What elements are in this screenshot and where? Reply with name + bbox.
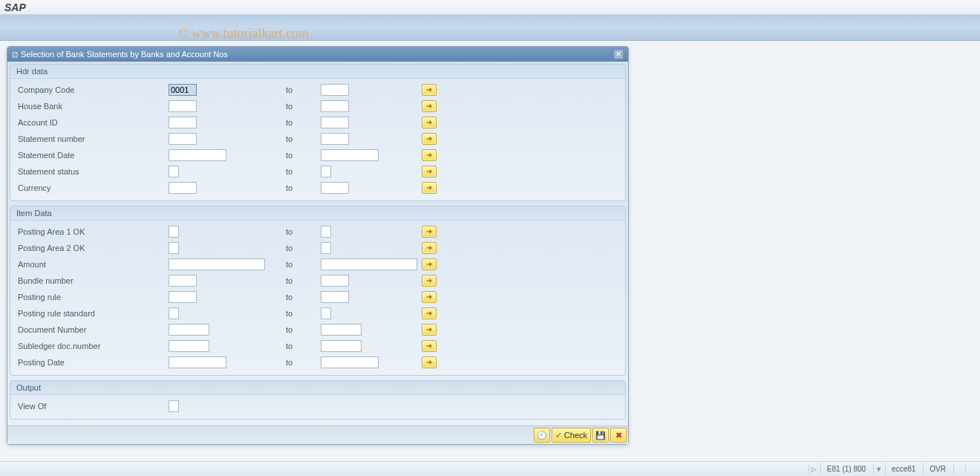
item-label: Posting Date — [16, 358, 169, 367]
to-label: to — [280, 118, 321, 127]
close-icon[interactable]: ✕ — [613, 49, 624, 59]
hdr-from-input[interactable] — [169, 149, 226, 161]
multiple-selection-button[interactable]: ➜ — [422, 340, 437, 352]
status-dropdown-icon[interactable]: ▼ — [873, 464, 883, 475]
status-nav-icon[interactable]: ▷ — [808, 464, 819, 475]
hdr-row: Account IDto➜ — [16, 114, 619, 131]
group-title-output: Output — [10, 381, 625, 395]
item-row: Posting Area 2 OKto➜ — [16, 240, 619, 256]
item-to-input[interactable] — [321, 324, 362, 336]
multiple-selection-button[interactable]: ➜ — [422, 117, 437, 128]
hdr-row: Statement numberto➜ — [16, 131, 619, 147]
item-label: Posting rule — [16, 293, 169, 301]
to-label: to — [280, 293, 321, 301]
item-from-input[interactable] — [169, 226, 179, 238]
item-from-input[interactable] — [169, 258, 265, 270]
save-button[interactable]: 💾 — [592, 428, 609, 443]
output-from-input[interactable] — [169, 400, 179, 412]
group-hdr-data: Hdr data Company Codeto➜House Bankto➜Acc… — [10, 64, 626, 201]
arrow-right-icon: ➜ — [426, 309, 432, 317]
multiple-selection-button[interactable]: ➜ — [422, 275, 437, 287]
hdr-from-input[interactable] — [169, 100, 197, 112]
item-from-input[interactable] — [169, 324, 209, 336]
item-to-input[interactable] — [321, 356, 379, 368]
status-server: ecce81 — [885, 463, 921, 475]
selection-modal: ⊡ Selection of Bank Statements by Banks … — [7, 46, 629, 445]
item-to-input[interactable] — [321, 291, 349, 303]
item-to-input[interactable] — [321, 340, 362, 352]
hdr-label: Currency — [16, 183, 169, 192]
to-label: to — [280, 244, 321, 252]
hdr-from-input[interactable] — [169, 84, 197, 96]
item-row: Subledger doc.numberto➜ — [16, 338, 619, 354]
to-label: to — [280, 227, 321, 236]
app-title: SAP — [4, 1, 26, 13]
hdr-to-input[interactable] — [321, 182, 349, 194]
status-tool-icon-2[interactable] — [965, 464, 976, 475]
multiple-selection-button[interactable]: ➜ — [422, 149, 437, 161]
hdr-label: Account ID — [16, 118, 169, 127]
group-title-hdr: Hdr data — [10, 65, 625, 79]
multiple-selection-button[interactable]: ➜ — [422, 100, 437, 112]
hdr-to-input[interactable] — [321, 100, 349, 112]
multiple-selection-button[interactable]: ➜ — [422, 324, 437, 336]
hdr-to-input[interactable] — [321, 149, 379, 161]
to-label: to — [280, 102, 321, 111]
arrow-right-icon: ➜ — [426, 276, 432, 284]
item-row: Document Numberto➜ — [16, 322, 619, 338]
item-to-input[interactable] — [321, 226, 331, 238]
hdr-from-input[interactable] — [169, 133, 197, 145]
multiple-selection-button[interactable]: ➜ — [422, 258, 437, 270]
item-to-input[interactable] — [321, 242, 331, 254]
to-label: to — [280, 151, 321, 160]
item-from-input[interactable] — [169, 356, 226, 368]
hdr-from-input[interactable] — [169, 166, 179, 177]
multiple-selection-button[interactable]: ➜ — [422, 166, 437, 177]
multiple-selection-button[interactable]: ➜ — [422, 307, 437, 319]
to-label: to — [280, 325, 321, 334]
multiple-selection-button[interactable]: ➜ — [422, 291, 437, 303]
modal-footer: 🕘 ✔ Check 💾 ✖ — [7, 426, 628, 444]
arrow-right-icon: ➜ — [426, 85, 432, 94]
hdr-to-input[interactable] — [321, 117, 349, 128]
cancel-icon: ✖ — [615, 431, 622, 440]
item-from-input[interactable] — [169, 340, 209, 352]
arrow-right-icon: ➜ — [426, 102, 432, 110]
item-from-input[interactable] — [169, 307, 179, 319]
to-label: to — [280, 260, 321, 269]
check-button[interactable]: ✔ Check — [552, 428, 591, 443]
item-to-input[interactable] — [321, 275, 349, 287]
item-row: Amountto➜ — [16, 256, 619, 273]
cancel-button[interactable]: ✖ — [610, 428, 627, 443]
multiple-selection-button[interactable]: ➜ — [422, 133, 437, 145]
item-from-input[interactable] — [169, 275, 197, 287]
item-row: Posting rule standardto➜ — [16, 305, 619, 322]
arrow-right-icon: ➜ — [426, 167, 432, 175]
hdr-from-input[interactable] — [169, 117, 197, 128]
status-tool-icon-1[interactable] — [953, 464, 964, 475]
hdr-label: Statement status — [16, 167, 169, 176]
multiple-selection-button[interactable]: ➜ — [422, 242, 437, 254]
item-to-input[interactable] — [321, 307, 331, 319]
item-row: Posting Area 1 OKto➜ — [16, 224, 619, 240]
item-from-input[interactable] — [169, 291, 197, 303]
item-to-input[interactable] — [321, 258, 417, 270]
hdr-to-input[interactable] — [321, 166, 331, 177]
hdr-label: Company Code — [16, 85, 169, 94]
multiple-selection-button[interactable]: ➜ — [422, 84, 437, 96]
hdr-to-input[interactable] — [321, 84, 349, 96]
execute-button[interactable]: 🕘 — [534, 428, 550, 443]
hdr-to-input[interactable] — [321, 133, 349, 145]
hdr-row: Company Codeto➜ — [16, 82, 619, 98]
item-label: Posting Area 1 OK — [16, 227, 169, 236]
status-system[interactable]: E81 (1) 800 — [820, 463, 872, 475]
item-from-input[interactable] — [169, 242, 179, 254]
modal-titlebar[interactable]: ⊡ Selection of Bank Statements by Banks … — [7, 47, 628, 62]
multiple-selection-button[interactable]: ➜ — [422, 356, 437, 368]
arrow-right-icon: ➜ — [426, 134, 432, 143]
to-label: to — [280, 309, 321, 318]
hdr-row: Currencyto➜ — [16, 180, 619, 196]
hdr-from-input[interactable] — [169, 182, 197, 194]
multiple-selection-button[interactable]: ➜ — [422, 226, 437, 238]
multiple-selection-button[interactable]: ➜ — [422, 182, 437, 194]
